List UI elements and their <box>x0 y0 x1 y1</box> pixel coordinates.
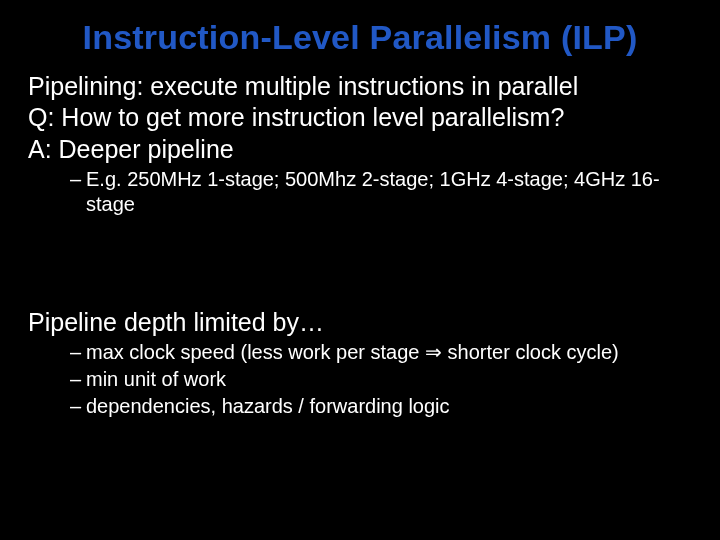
sub2-item-3: dependencies, hazards / forwarding logic <box>70 394 692 419</box>
body-line-1: Pipelining: execute multiple instruction… <box>28 71 692 102</box>
sub1-item-1: E.g. 250MHz 1-stage; 500Mhz 2-stage; 1GH… <box>70 167 692 217</box>
body-line-3: A: Deeper pipeline <box>28 134 692 165</box>
body-line-4: Pipeline depth limited by… <box>28 307 692 338</box>
sub2-item-1-part-b: shorter clock cycle) <box>442 341 619 363</box>
slide: Instruction-Level Parallelism (ILP) Pipe… <box>0 0 720 540</box>
sub2-item-1: max clock speed (less work per stage ⇒ s… <box>70 340 692 365</box>
implies-icon: ⇒ <box>425 341 442 363</box>
sub2-item-2: min unit of work <box>70 367 692 392</box>
sub-list-2: max clock speed (less work per stage ⇒ s… <box>70 340 692 419</box>
sub2-item-1-part-a: max clock speed (less work per stage <box>86 341 425 363</box>
sub-list-1: E.g. 250MHz 1-stage; 500Mhz 2-stage; 1GH… <box>70 167 692 217</box>
body-line-2: Q: How to get more instruction level par… <box>28 102 692 133</box>
spacer <box>28 219 692 307</box>
slide-title: Instruction-Level Parallelism (ILP) <box>28 18 692 57</box>
